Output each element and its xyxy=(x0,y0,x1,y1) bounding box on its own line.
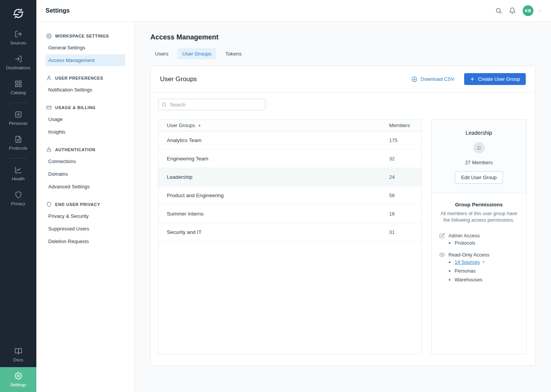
nav-section-user-preferences: USER PREFERENCESNotification Settings xyxy=(46,75,125,96)
group-permissions: Group Permissions All members of this us… xyxy=(432,193,526,297)
docs-icon xyxy=(15,347,22,355)
nav-catalog[interactable]: Catalog xyxy=(0,75,36,100)
group-name-cell: Summer Interns xyxy=(167,211,204,217)
segment-logo-icon[interactable] xyxy=(13,8,24,19)
nav-sources[interactable]: Sources xyxy=(0,25,36,50)
sort-ascending-icon xyxy=(198,124,201,127)
search-icon[interactable] xyxy=(495,7,502,14)
tab-tokens[interactable]: Tokens xyxy=(221,48,246,59)
admin-access-list: Protocols xyxy=(439,240,518,246)
admin-access-label: Admin Access xyxy=(448,233,480,238)
nav-label-destinations: Destinations xyxy=(6,65,30,70)
nav-section-end-user-privacy: END USER PRIVACYPrivacy & SecuritySuppre… xyxy=(46,201,125,247)
nav-section-workspace-settings: WORKSPACE SETTINGSGeneral SettingsAccess… xyxy=(46,33,125,66)
nav-section-usage-billing: USAGE & BILLINGUsageInsights xyxy=(46,104,125,138)
settings-nav-general-settings[interactable]: General Settings xyxy=(46,42,125,54)
nav-privacy[interactable]: Privacy xyxy=(0,186,36,211)
readonly-access-item-personas: Personas xyxy=(455,268,518,274)
settings-nav-suppressed-users[interactable]: Suppressed Users xyxy=(46,223,125,235)
table-row-analytics-team[interactable]: Analytics Team175 xyxy=(158,131,421,150)
chevron-down-icon[interactable] xyxy=(537,8,542,13)
nav-section-authentication: AUTHENTICATIONConnectionsDomainsAdvanced… xyxy=(46,146,125,193)
shield-icon xyxy=(46,202,52,207)
settings-nav-advanced-settings[interactable]: Advanced Settings xyxy=(46,181,125,193)
card-body: User Groups Members Analytics Team175Eng… xyxy=(151,93,535,366)
nav-settings[interactable]: Settings xyxy=(0,367,36,392)
protocols-icon xyxy=(15,136,22,143)
download-csv-link[interactable]: Download CSV xyxy=(411,76,454,82)
settings-nav-usage[interactable]: Usage xyxy=(46,113,125,125)
table-body: Analytics Team175Engineering Team32Leade… xyxy=(158,131,421,242)
edit-user-group-button[interactable]: Edit User Group xyxy=(455,171,503,184)
group-search-input[interactable] xyxy=(158,99,266,110)
column-header-members[interactable]: Members xyxy=(389,122,414,128)
topbar-actions: KB xyxy=(495,5,542,16)
download-icon xyxy=(411,76,417,82)
nav-label-privacy: Privacy xyxy=(11,201,26,206)
table-row-security-and-it[interactable]: Security and IT31 xyxy=(158,223,421,242)
user-groups-table: User Groups Members Analytics Team175Eng… xyxy=(158,119,422,354)
main-content: Access Management UsersUser GroupsTokens… xyxy=(135,22,551,392)
readonly-access-list: 14 SourcesPersonasWarehouses xyxy=(439,259,518,283)
group-name-cell: Engineering Team xyxy=(167,156,209,162)
group-members-cell: 16 xyxy=(389,211,414,217)
group-detail-panel: Leadership 27 Members Edit User Group Gr… xyxy=(431,119,527,354)
group-members-cell: 24 xyxy=(389,174,414,180)
nav-protocols[interactable]: Protocols xyxy=(0,131,36,155)
eye-icon xyxy=(439,252,445,258)
nav-section-title-authentication: AUTHENTICATION xyxy=(46,146,125,155)
user-avatar[interactable]: KB xyxy=(523,5,533,16)
permissions-description: All members of this user group have the … xyxy=(439,211,518,224)
settings-nav-access-management[interactable]: Access Management xyxy=(46,54,125,66)
table-row-summer-interns[interactable]: Summer Interns16 xyxy=(158,205,421,223)
permissions-title: Group Permissions xyxy=(439,202,518,207)
group-name-cell: Security and IT xyxy=(167,229,202,235)
settings-nav-insights[interactable]: Insights xyxy=(46,126,125,138)
create-user-group-button[interactable]: Create User Group xyxy=(464,73,526,85)
column-header-label: User Groups xyxy=(167,122,195,128)
search-box xyxy=(158,99,266,110)
nav-label-protocols: Protocols xyxy=(9,146,28,150)
table-row-leadership[interactable]: Leadership24 xyxy=(158,168,421,186)
tab-users[interactable]: Users xyxy=(150,48,173,59)
nav-label-catalog: Catalog xyxy=(11,90,26,95)
settings-nav-notification-settings[interactable]: Notification Settings xyxy=(46,84,125,96)
nav-docs[interactable]: Docs xyxy=(0,342,36,367)
nav-rail-items: SourcesDestinationsCatalogPersonasProtoc… xyxy=(0,25,36,392)
gear-icon xyxy=(46,33,52,39)
settings-nav-domains[interactable]: Domains xyxy=(46,168,125,180)
user-groups-card: User Groups Download CSV Create User Gro… xyxy=(150,65,535,366)
settings-nav-privacy-security[interactable]: Privacy & Security xyxy=(46,210,125,222)
user-icon xyxy=(46,75,52,81)
settings-nav-connections[interactable]: Connections xyxy=(46,155,125,167)
nav-label-personas: Personas xyxy=(9,121,28,126)
rail-divider xyxy=(10,158,27,158)
table-row-product-and-engineering[interactable]: Product and Engineering56 xyxy=(158,186,421,205)
admin-access-header: Admin Access xyxy=(439,233,518,238)
group-members-icon xyxy=(476,145,482,151)
card-header: User Groups Download CSV Create User Gro… xyxy=(151,66,535,93)
column-header-user-groups[interactable]: User Groups xyxy=(167,122,201,128)
nav-label-sources: Sources xyxy=(10,41,26,45)
card-icon xyxy=(46,105,52,110)
settings-sidebar: WORKSPACE SETTINGSGeneral SettingsAccess… xyxy=(36,22,135,392)
catalog-icon xyxy=(15,80,22,88)
nav-destinations[interactable]: Destinations xyxy=(0,50,36,75)
search-icon xyxy=(161,102,167,107)
settings-nav-deletion-requests[interactable]: Deletion Requests xyxy=(46,235,125,247)
group-members-cell: 56 xyxy=(389,193,414,198)
nav-personas[interactable]: Personas xyxy=(0,106,36,131)
tab-user-groups[interactable]: User Groups xyxy=(178,48,216,59)
readonly-access-item-link-14-sources[interactable]: 14 Sources xyxy=(455,259,485,265)
nav-section-label: END USER PRIVACY xyxy=(55,202,100,207)
shield-icon xyxy=(15,191,22,199)
nav-label-settings: Settings xyxy=(10,382,26,387)
group-members-cell: 175 xyxy=(389,137,414,143)
group-detail-summary: Leadership 27 Members Edit User Group xyxy=(432,120,526,193)
nav-section-label: USAGE & BILLING xyxy=(55,105,96,110)
group-members-cell: 32 xyxy=(389,156,414,162)
table-row-engineering-team[interactable]: Engineering Team32 xyxy=(158,150,421,168)
topbar: Settings KB xyxy=(36,0,551,22)
nav-health[interactable]: Health xyxy=(0,161,36,186)
notifications-bell-icon[interactable] xyxy=(509,7,516,14)
